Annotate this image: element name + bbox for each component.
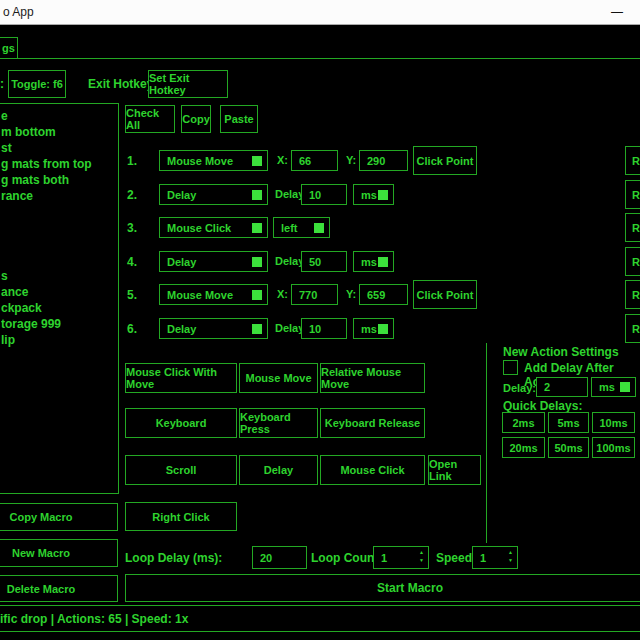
new-macro-button[interactable]: New Macro — [0, 539, 118, 567]
copy-button[interactable]: Copy — [181, 105, 211, 133]
remove-button[interactable]: R — [625, 280, 640, 309]
y-label: Y: — [346, 154, 356, 166]
x-input[interactable]: 770 — [291, 284, 338, 305]
minimize-icon[interactable]: — — [606, 2, 628, 22]
spinner-arrows-icon[interactable]: ▲▼ — [419, 550, 424, 563]
set-exit-hotkey-button[interactable]: Set Exit Hotkey — [148, 70, 228, 98]
mouse-button-dropdown[interactable]: left — [273, 217, 330, 238]
macro-list-item[interactable]: ance — [1, 284, 116, 300]
macro-list-item[interactable]: rance — [1, 188, 116, 204]
macro-list-item[interactable]: g mats both — [1, 172, 116, 188]
macro-list-item[interactable] — [1, 220, 116, 236]
action-type-dropdown[interactable]: Delay — [159, 184, 268, 205]
delay-input[interactable]: 10 — [301, 184, 347, 205]
speed-spinner[interactable]: 1 ▲▼ — [472, 546, 518, 569]
copy-macro-button[interactable]: Copy Macro — [0, 503, 118, 531]
new-delay-unit-dropdown[interactable]: ms — [591, 377, 636, 397]
loop-delay-input[interactable]: 20 — [252, 546, 307, 569]
action-type-value: Delay — [167, 256, 196, 268]
click-point-button[interactable]: Click Point — [413, 146, 477, 175]
remove-button[interactable]: R — [625, 180, 640, 209]
macro-list-item[interactable]: st — [1, 140, 116, 156]
delay-unit-value: ms — [361, 256, 377, 268]
action-type-value: Delay — [167, 189, 196, 201]
window-title: o App — [3, 5, 34, 19]
status-bar: ific drop | Actions: 65 | Speed: 1x — [0, 605, 640, 632]
delay-unit-dropdown[interactable]: ms — [353, 184, 394, 205]
loop-count-label: Loop Count: — [311, 551, 382, 565]
relative-mouse-move-button[interactable]: Relative Mouse Move — [320, 363, 425, 393]
delete-macro-button[interactable]: Delete Macro — [0, 575, 118, 602]
macro-list-item[interactable] — [1, 252, 116, 268]
add-delay-checkbox[interactable] — [503, 360, 518, 375]
macro-list-item[interactable]: g mats from top — [1, 156, 116, 172]
action-type-dropdown[interactable]: Delay — [159, 318, 268, 339]
action-type-dropdown[interactable]: Mouse Click — [159, 217, 268, 238]
open-link-button[interactable]: Open Link — [428, 455, 481, 485]
macro-list-item[interactable]: s — [1, 268, 116, 284]
delay-unit-value: ms — [361, 189, 377, 201]
keyboard-press-button[interactable]: Keyboard Press — [239, 408, 318, 438]
remove-button[interactable]: R — [625, 146, 640, 175]
keyboard-button[interactable]: Keyboard — [125, 408, 237, 438]
remove-button[interactable]: R — [625, 314, 640, 343]
x-label: X: — [277, 154, 288, 166]
start-macro-button[interactable]: Start Macro — [125, 574, 640, 602]
paste-button[interactable]: Paste — [220, 105, 258, 133]
x-input[interactable]: 66 — [291, 150, 338, 171]
macro-list[interactable]: e m bottom st g mats from top g mats bot… — [0, 103, 119, 494]
action-index: 5. — [127, 288, 137, 302]
delay-input[interactable]: 50 — [301, 251, 347, 272]
toggle-hotkey-label: : — [0, 77, 4, 91]
scroll-button[interactable]: Scroll — [125, 455, 237, 485]
loop-count-spinner[interactable]: 1 ▲▼ — [373, 546, 429, 569]
mouse-click-with-move-button[interactable]: Mouse Click With Move — [125, 363, 237, 393]
check-all-button[interactable]: Check All — [125, 105, 175, 133]
quick-delays-label: Quick Delays: — [503, 399, 582, 413]
quick-delay-20ms-button[interactable]: 20ms — [502, 437, 545, 458]
mouse-move-button[interactable]: Mouse Move — [239, 363, 318, 393]
macro-list-item[interactable]: m bottom — [1, 124, 116, 140]
new-delay-unit-value: ms — [599, 381, 615, 393]
quick-delay-10ms-button[interactable]: 10ms — [592, 412, 635, 433]
toggle-hotkey-button[interactable]: Toggle: f6 — [8, 70, 66, 98]
quick-delay-50ms-button[interactable]: 50ms — [548, 437, 589, 458]
remove-button[interactable]: R — [625, 213, 640, 242]
y-input[interactable]: 290 — [359, 150, 408, 171]
delay-label: Delay — [275, 322, 304, 334]
y-input[interactable]: 659 — [359, 284, 408, 305]
action-type-value: Mouse Move — [167, 289, 233, 301]
delay-unit-dropdown[interactable]: ms — [353, 251, 394, 272]
delay-button[interactable]: Delay — [239, 455, 318, 485]
macro-app-window: o App — gs : Toggle: f6 Exit Hotkey: Set… — [0, 0, 640, 640]
quick-delay-2ms-button[interactable]: 2ms — [502, 412, 545, 433]
delay-unit-dropdown[interactable]: ms — [353, 318, 394, 339]
quick-delay-5ms-button[interactable]: 5ms — [548, 412, 589, 433]
action-index: 2. — [127, 188, 137, 202]
action-type-dropdown[interactable]: Delay — [159, 251, 268, 272]
keyboard-release-button[interactable]: Keyboard Release — [320, 408, 425, 438]
macro-list-item[interactable]: ckpack — [1, 300, 116, 316]
loop-count-value: 1 — [381, 552, 387, 564]
mouse-click-button[interactable]: Mouse Click — [320, 455, 425, 485]
dropdown-indicator-icon — [252, 190, 262, 200]
y-label: Y: — [346, 288, 356, 300]
dropdown-indicator-icon — [252, 290, 262, 300]
action-type-dropdown[interactable]: Mouse Move — [159, 284, 268, 305]
macro-list-item[interactable]: torage 999 — [1, 316, 116, 332]
spinner-arrows-icon[interactable]: ▲▼ — [508, 550, 513, 563]
remove-button[interactable]: R — [625, 247, 640, 276]
macro-list-item[interactable]: e — [1, 108, 116, 124]
right-click-button[interactable]: Right Click — [125, 502, 237, 531]
macro-list-item[interactable]: lip — [1, 332, 116, 348]
quick-delay-100ms-button[interactable]: 100ms — [592, 437, 635, 458]
macro-list-item[interactable] — [1, 204, 116, 220]
action-index: 1. — [127, 154, 137, 168]
new-delay-input[interactable]: 2 — [536, 377, 588, 397]
tab-settings[interactable]: gs — [0, 37, 18, 59]
delay-input[interactable]: 10 — [301, 318, 347, 339]
macro-list-item[interactable] — [1, 236, 116, 252]
action-type-dropdown[interactable]: Mouse Move — [159, 150, 268, 171]
click-point-button[interactable]: Click Point — [413, 280, 477, 309]
dropdown-indicator-icon — [252, 223, 262, 233]
